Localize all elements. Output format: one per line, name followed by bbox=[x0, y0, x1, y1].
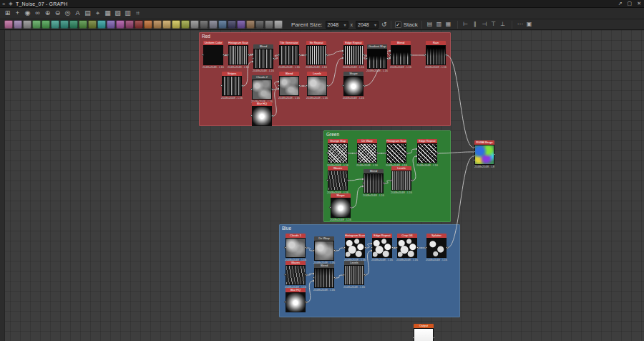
curve-node-icon[interactable] bbox=[255, 20, 264, 29]
levels-node-icon[interactable] bbox=[116, 20, 125, 29]
input-dot[interactable] bbox=[389, 54, 391, 56]
output-dot[interactable] bbox=[410, 54, 412, 56]
graph-node-r7[interactable]: Gradient Map2048x2048 - L16 bbox=[367, 44, 387, 73]
input-dot[interactable] bbox=[416, 152, 418, 154]
directional-blur-node-icon[interactable] bbox=[42, 20, 50, 29]
hsl-node-icon[interactable] bbox=[107, 20, 115, 29]
pan-view-icon[interactable]: + bbox=[13, 9, 22, 18]
input-dot[interactable] bbox=[284, 301, 286, 303]
uniform-color-node-icon[interactable] bbox=[4, 20, 13, 29]
graph-node-r8[interactable]: Blend2048x2048 - L16 bbox=[391, 41, 411, 69]
align-right-icon[interactable]: ⊣ bbox=[480, 20, 489, 29]
input-dot[interactable] bbox=[343, 246, 346, 249]
input-dot[interactable] bbox=[390, 179, 392, 181]
shape-node-icon[interactable] bbox=[181, 20, 190, 29]
output-dot[interactable] bbox=[446, 246, 448, 249]
input-dot[interactable] bbox=[473, 155, 475, 157]
input-dot[interactable] bbox=[396, 246, 398, 249]
output-dot[interactable] bbox=[406, 152, 408, 154]
input-dot[interactable] bbox=[313, 277, 315, 279]
grid-snap-icon[interactable]: ⌗ bbox=[133, 9, 142, 18]
graph-node-b3[interactable]: Histogram Scan2048x2048 - L16 bbox=[345, 234, 365, 262]
output-dot[interactable] bbox=[305, 274, 307, 276]
graph-node-r3[interactable]: Blend2048x2048 - L16 bbox=[253, 44, 273, 73]
mask-display-icon[interactable]: ▧ bbox=[113, 9, 122, 18]
output-dot[interactable] bbox=[364, 246, 366, 249]
output-dot[interactable] bbox=[333, 249, 336, 251]
stack-grid-icon[interactable]: ▦ bbox=[444, 20, 453, 29]
close-icon[interactable]: ✕ bbox=[637, 1, 641, 6]
output-dot[interactable] bbox=[223, 54, 225, 56]
graph-node-r5[interactable]: Str Repeat2048x2048 - L16 bbox=[306, 41, 326, 69]
pixel-processor-node-icon[interactable] bbox=[153, 20, 162, 29]
graph-node-g7[interactable]: Levels2048x2048 - L16 bbox=[391, 166, 411, 195]
input-dot[interactable] bbox=[252, 57, 254, 59]
graph-node-r12[interactable]: Blend2048x2048 - L16 bbox=[279, 72, 299, 100]
graph-node-r9[interactable]: Rain2048x2048 - L16 bbox=[426, 41, 446, 69]
reset-size-icon[interactable]: ↺ bbox=[381, 21, 387, 28]
graph-node-b8[interactable]: Blend2048x2048 - L16 bbox=[314, 264, 334, 292]
stack-horizontal-icon[interactable]: ▥ bbox=[435, 20, 444, 29]
graph-node-r15[interactable]: Blur HQ bbox=[252, 102, 272, 126]
input-dot[interactable] bbox=[342, 54, 344, 56]
zoom-out-icon[interactable]: ⊖ bbox=[53, 9, 62, 18]
graph-node-g8[interactable]: Shape2048x2048 - L16 bbox=[331, 193, 351, 222]
marquee-select-icon[interactable]: ⊞ bbox=[3, 9, 12, 18]
output-dot[interactable] bbox=[433, 337, 435, 339]
graph-node-b10[interactable]: Blur HQ bbox=[286, 288, 306, 312]
curvature-node-icon[interactable] bbox=[88, 20, 97, 29]
output-dot[interactable] bbox=[248, 54, 250, 56]
output-dot[interactable] bbox=[305, 301, 307, 303]
zoom-in-icon[interactable]: ⊕ bbox=[43, 9, 52, 18]
input-dot[interactable] bbox=[326, 179, 328, 181]
blend-node-icon[interactable] bbox=[14, 20, 22, 29]
parent-height-dropdown[interactable]: 2048 ▾ bbox=[356, 21, 379, 29]
fit-graph-icon[interactable]: ▣ bbox=[525, 20, 534, 29]
input-dot[interactable] bbox=[202, 54, 204, 56]
output-dot[interactable] bbox=[326, 85, 328, 87]
input-dot[interactable] bbox=[329, 206, 331, 208]
graph-node-b7[interactable]: Waves2048x2048 - L16 bbox=[286, 261, 306, 289]
output-dot[interactable] bbox=[305, 246, 307, 249]
input-dot[interactable] bbox=[250, 115, 253, 117]
graph-node-g1[interactable]: Grunge Map2048x2048 - L16 bbox=[328, 139, 348, 168]
input-dot[interactable] bbox=[473, 150, 475, 153]
align-top-icon[interactable]: ⊤ bbox=[489, 20, 498, 29]
output-dot[interactable] bbox=[386, 57, 389, 59]
graph-node-g4[interactable]: Edge Repeat2048x2048 - L16 bbox=[417, 139, 437, 168]
graph-node-b1[interactable]: Clouds 12048x2048 - L16 bbox=[286, 234, 306, 262]
output-dot[interactable] bbox=[333, 277, 336, 279]
input-dot[interactable] bbox=[227, 54, 229, 56]
gradient-map-node-icon[interactable] bbox=[97, 20, 106, 29]
output-dot[interactable] bbox=[445, 54, 447, 56]
input-dot[interactable] bbox=[366, 57, 368, 59]
graph-node-b9[interactable]: Levels2048x2048 - L16 bbox=[344, 261, 364, 289]
distribute-icon[interactable]: ⋯ bbox=[516, 20, 525, 29]
graph-node-g3[interactable]: Histogram Scan2048x2048 - L16 bbox=[386, 139, 406, 168]
graph-node-r11[interactable]: Clouds 22048x2048 - L16 bbox=[252, 75, 272, 104]
output-dot[interactable] bbox=[364, 274, 366, 276]
output-dot[interactable] bbox=[271, 88, 273, 90]
graph-node-m1[interactable]: RGBA Merge2048x2048 - L8 bbox=[474, 140, 494, 169]
menu-icon[interactable]: ≡ bbox=[0, 1, 7, 6]
splatter-node-icon[interactable] bbox=[209, 20, 218, 29]
levels-display-icon[interactable]: ▥ bbox=[123, 9, 132, 18]
text-tool-icon[interactable]: A bbox=[73, 9, 82, 18]
graph-node-r6[interactable]: Edge Repeat2048x2048 - L16 bbox=[343, 41, 364, 69]
align-bottom-icon[interactable]: ⊥ bbox=[499, 20, 507, 29]
graph-node-b4[interactable]: Edge Repeat2048x2048 - L16 bbox=[372, 234, 392, 262]
tile-sampler-node-icon[interactable] bbox=[200, 20, 208, 29]
stack-order-icon[interactable]: ▤ bbox=[426, 20, 434, 29]
output-dot[interactable] bbox=[273, 57, 275, 59]
graph-node-r14[interactable]: Shape2048x2048 - L16 bbox=[343, 72, 364, 100]
tile-generator-node-icon[interactable] bbox=[190, 20, 199, 29]
output-dot[interactable] bbox=[326, 54, 328, 56]
input-dot[interactable] bbox=[425, 246, 427, 249]
graph-node-b5[interactable]: Crop GS2048x2048 - L16 bbox=[397, 234, 417, 262]
output-dot[interactable] bbox=[391, 246, 394, 249]
input-dot[interactable] bbox=[284, 246, 286, 249]
input-dot[interactable] bbox=[362, 182, 364, 184]
output-dot[interactable] bbox=[411, 179, 413, 181]
input-dot[interactable] bbox=[342, 85, 344, 87]
output-dot[interactable] bbox=[383, 182, 385, 184]
